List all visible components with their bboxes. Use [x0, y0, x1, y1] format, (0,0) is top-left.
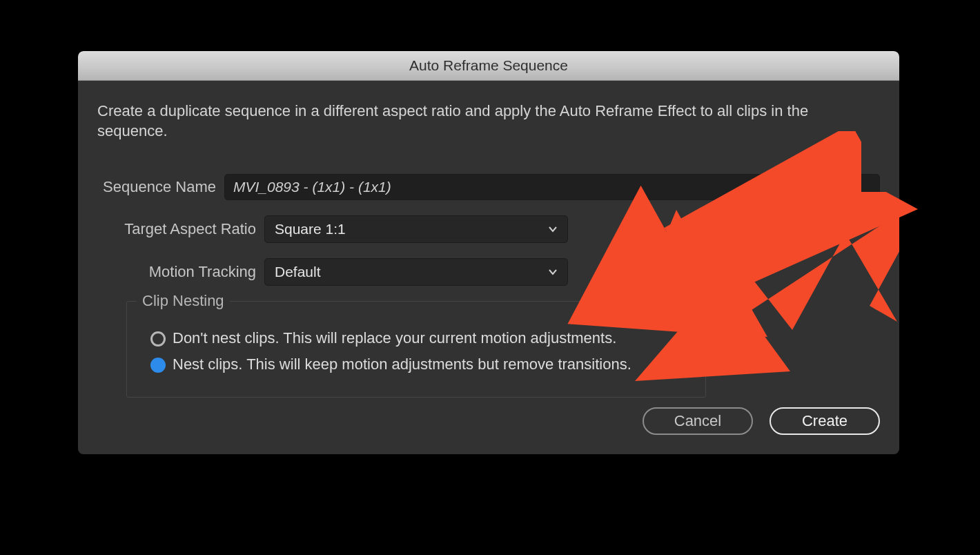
- auto-reframe-dialog: Auto Reframe Sequence Create a duplicate…: [78, 51, 899, 454]
- chevron-down-icon: [548, 267, 558, 277]
- radio-nest-indicator: [150, 358, 166, 373]
- radio-nest[interactable]: Nest clips. This will keep motion adjust…: [150, 356, 690, 373]
- cancel-label: Cancel: [674, 412, 721, 430]
- cancel-button[interactable]: Cancel: [643, 407, 753, 435]
- aspect-ratio-label: Target Aspect Ratio: [97, 220, 264, 238]
- dialog-title: Auto Reframe Sequence: [409, 57, 568, 74]
- dialog-form: Sequence Name MVI_0893 - (1x1) - (1x1) T…: [97, 174, 880, 398]
- radio-dont-nest-label: Don't nest clips. This will replace your…: [173, 329, 616, 347]
- dialog-actions: Cancel Create: [643, 407, 880, 435]
- radio-nest-label: Nest clips. This will keep motion adjust…: [173, 356, 631, 373]
- sequence-name-row: Sequence Name MVI_0893 - (1x1) - (1x1): [97, 174, 880, 200]
- clip-nesting-group: Clip Nesting Don't nest clips. This will…: [126, 301, 706, 398]
- radio-dont-nest-indicator: [150, 331, 166, 347]
- create-button[interactable]: Create: [770, 407, 880, 435]
- sequence-name-value: MVI_0893 - (1x1) - (1x1): [233, 179, 391, 195]
- aspect-ratio-select[interactable]: Square 1:1: [264, 215, 568, 243]
- dialog-content: Create a duplicate sequence in a differe…: [78, 81, 899, 398]
- motion-tracking-label: Motion Tracking: [97, 263, 264, 281]
- chevron-down-icon: [548, 224, 558, 234]
- dialog-description: Create a duplicate sequence in a differe…: [97, 101, 880, 141]
- create-label: Create: [802, 412, 847, 430]
- aspect-ratio-value: Square 1:1: [275, 221, 346, 237]
- sequence-name-label: Sequence Name: [97, 178, 224, 196]
- motion-tracking-row: Motion Tracking Default: [97, 258, 880, 286]
- motion-tracking-value: Default: [275, 264, 321, 280]
- clip-nesting-legend: Clip Nesting: [137, 292, 230, 310]
- radio-dont-nest[interactable]: Don't nest clips. This will replace your…: [150, 329, 690, 347]
- sequence-name-input[interactable]: MVI_0893 - (1x1) - (1x1): [224, 174, 880, 200]
- motion-tracking-select[interactable]: Default: [264, 258, 568, 286]
- aspect-ratio-row: Target Aspect Ratio Square 1:1: [97, 215, 880, 243]
- dialog-title-bar: Auto Reframe Sequence: [78, 51, 899, 81]
